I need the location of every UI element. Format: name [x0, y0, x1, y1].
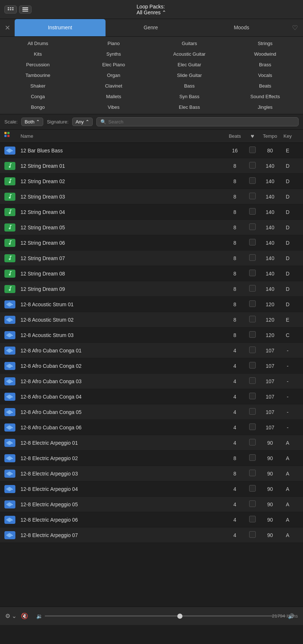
instrument-cell[interactable]: Tambourine: [0, 70, 76, 81]
instrument-cell[interactable]: Shaker: [0, 81, 76, 91]
track-favorite[interactable]: [246, 316, 259, 323]
track-favorite[interactable]: [246, 208, 259, 216]
track-favorite[interactable]: [246, 408, 259, 416]
favorite-checkbox[interactable]: [249, 300, 256, 307]
tab-instrument[interactable]: Instrument: [15, 19, 106, 36]
track-favorite[interactable]: [246, 485, 259, 493]
instrument-cell[interactable]: Brass: [227, 59, 303, 70]
track-favorite[interactable]: [246, 439, 259, 447]
track-favorite[interactable]: [246, 500, 259, 508]
table-row[interactable]: 12 String Dream 038140D: [0, 189, 303, 204]
favorite-checkbox[interactable]: [249, 208, 256, 215]
instrument-cell[interactable]: Elec Piano: [76, 59, 152, 70]
instrument-cell[interactable]: All Drums: [0, 38, 76, 49]
favorite-checkbox[interactable]: [249, 316, 256, 322]
volume-thumb[interactable]: [177, 614, 182, 619]
instrument-cell[interactable]: Synths: [76, 49, 152, 59]
track-favorite[interactable]: [246, 193, 259, 200]
search-input[interactable]: [108, 119, 295, 125]
favorite-checkbox[interactable]: [249, 423, 256, 430]
favorite-checkbox[interactable]: [249, 193, 256, 199]
favorite-checkbox[interactable]: [249, 362, 256, 369]
track-favorite[interactable]: [246, 162, 259, 170]
instrument-cell[interactable]: Jingles: [227, 102, 303, 112]
instrument-cell[interactable]: Kits: [0, 49, 76, 59]
instrument-cell[interactable]: Vocals: [227, 70, 303, 81]
favorite-checkbox[interactable]: [249, 331, 256, 338]
track-favorite[interactable]: [246, 531, 259, 539]
track-favorite[interactable]: [246, 454, 259, 462]
table-row[interactable]: 12-8 Electric Arpeggio 01490A: [0, 435, 303, 451]
track-favorite[interactable]: [246, 377, 259, 385]
favorite-checkbox[interactable]: [249, 439, 256, 445]
table-row[interactable]: 12-8 Afro Cuban Conga 064107-: [0, 420, 303, 435]
instrument-cell[interactable]: Clavinet: [76, 81, 152, 91]
genre-dropdown[interactable]: All Genres ⌃: [137, 10, 166, 15]
volume-mute-button[interactable]: 🔇: [21, 612, 28, 619]
table-row[interactable]: 12 String Dream 068140D: [0, 235, 303, 251]
track-favorite[interactable]: [246, 362, 259, 370]
search-box[interactable]: 🔍: [96, 117, 299, 126]
instrument-cell[interactable]: Vibes: [76, 102, 152, 112]
table-row[interactable]: 12-8 Afro Cuban Conga 014107-: [0, 343, 303, 358]
track-favorite[interactable]: [246, 423, 259, 431]
table-row[interactable]: 12-8 Afro Cuban Conga 024107-: [0, 358, 303, 374]
favorite-checkbox[interactable]: [249, 147, 256, 153]
favorite-checkbox[interactable]: [249, 177, 256, 184]
track-favorite[interactable]: [246, 254, 259, 262]
favorite-checkbox[interactable]: [249, 516, 256, 522]
instrument-cell[interactable]: Percussion: [0, 59, 76, 70]
track-favorite[interactable]: [246, 331, 259, 339]
track-favorite[interactable]: [246, 285, 259, 293]
close-button[interactable]: ✕: [0, 24, 15, 32]
favorite-checkbox[interactable]: [249, 454, 256, 461]
table-row[interactable]: 12-8 Acoustic Strum 028120E: [0, 312, 303, 327]
favorite-checkbox[interactable]: [249, 223, 256, 230]
favorite-checkbox[interactable]: [249, 408, 256, 415]
favorite-checkbox[interactable]: [249, 347, 256, 353]
table-row[interactable]: 12 String Dream 078140D: [0, 251, 303, 266]
tab-moods[interactable]: Moods: [196, 19, 287, 36]
table-row[interactable]: 12 String Dream 058140D: [0, 220, 303, 235]
instrument-cell[interactable]: Guitars: [152, 38, 228, 49]
track-favorite[interactable]: [246, 393, 259, 400]
table-row[interactable]: 12-8 Afro Cuban Conga 044107-: [0, 389, 303, 404]
favorite-checkbox[interactable]: [249, 377, 256, 384]
track-favorite[interactable]: [246, 223, 259, 231]
table-row[interactable]: 12 Bar Blues Bass1680E: [0, 143, 303, 158]
favorite-checkbox[interactable]: [249, 485, 256, 492]
favorite-checkbox[interactable]: [249, 162, 256, 169]
instrument-cell[interactable]: Mallets: [76, 91, 152, 102]
volume-track[interactable]: [45, 615, 286, 617]
scale-select[interactable]: Both ⌃: [21, 118, 43, 126]
table-row[interactable]: 12-8 Electric Arpeggio 05490A: [0, 497, 303, 512]
instrument-cell[interactable]: Conga: [0, 91, 76, 102]
track-favorite[interactable]: [246, 300, 259, 308]
track-favorite[interactable]: [246, 147, 259, 154]
table-row[interactable]: 12 String Dream 018140D: [0, 158, 303, 174]
track-favorite[interactable]: [246, 516, 259, 523]
table-row[interactable]: 12 String Dream 098140D: [0, 281, 303, 297]
track-favorite[interactable]: [246, 347, 259, 354]
table-row[interactable]: 12-8 Electric Arpeggio 06490A: [0, 512, 303, 528]
favorite-checkbox[interactable]: [249, 393, 256, 399]
settings-button[interactable]: ⚙ ⌄: [5, 612, 16, 619]
instrument-cell[interactable]: Piano: [76, 38, 152, 49]
track-favorite[interactable]: [246, 177, 259, 185]
instrument-cell[interactable]: Slide Guitar: [152, 70, 228, 81]
track-favorite[interactable]: [246, 470, 259, 477]
table-row[interactable]: 12-8 Electric Arpeggio 07490A: [0, 528, 303, 543]
instrument-cell[interactable]: Elec Guitar: [152, 59, 228, 70]
table-row[interactable]: 12 String Dream 088140D: [0, 266, 303, 281]
signature-select[interactable]: Any ⌃: [72, 118, 92, 126]
instrument-cell[interactable]: Organ: [76, 70, 152, 81]
table-row[interactable]: 12 String Dream 048140D: [0, 204, 303, 220]
table-row[interactable]: 12-8 Electric Arpeggio 04490A: [0, 481, 303, 497]
table-row[interactable]: 12-8 Acoustic Strum 038120C: [0, 327, 303, 343]
tab-genre[interactable]: Genre: [106, 19, 196, 36]
favorite-checkbox[interactable]: [249, 270, 256, 276]
track-favorite[interactable]: [246, 239, 259, 247]
table-row[interactable]: 12-8 Electric Arpeggio 02890A: [0, 451, 303, 466]
favorite-checkbox[interactable]: [249, 285, 256, 292]
instrument-cell[interactable]: Bongo: [0, 102, 76, 112]
